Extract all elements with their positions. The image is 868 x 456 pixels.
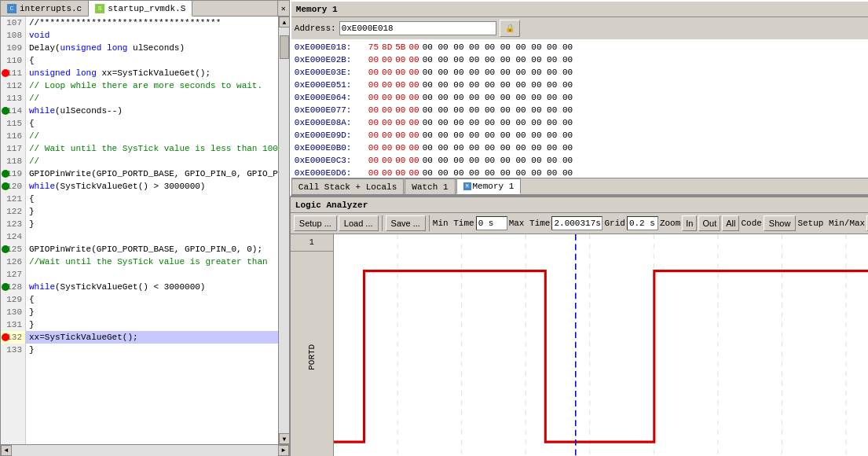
bottom-tab[interactable]: Watch 1 <box>405 178 455 194</box>
bottom-tab[interactable]: Call Stack + Locals <box>291 178 404 194</box>
line-number: 107 <box>1 17 25 29</box>
code-line: // <box>26 92 278 105</box>
line-number: 124 <box>1 230 25 243</box>
right-panel: Memory 1 ↗ ✕ Address: 🔒 0xE000E018: 75 8… <box>290 0 868 456</box>
code-line: //*********************************** <box>26 17 278 29</box>
scroll-left-btn[interactable]: ◄ <box>1 445 12 456</box>
mem-byte-second: 00 <box>382 129 392 142</box>
code-line: Delay(unsigned long ulSeconds) <box>26 42 278 54</box>
code-panel: C interrupts.c S startup_rvmdk.S ✕ 10710… <box>0 0 290 456</box>
mem-byte-second: 00 <box>382 104 392 116</box>
mem-byte-second: 00 <box>382 154 392 167</box>
main-container: C interrupts.c S startup_rvmdk.S ✕ 10710… <box>0 0 868 456</box>
mem-byte-third: 00 <box>395 53 405 66</box>
mem-byte-second: 00 <box>382 116 392 129</box>
mem-addr: 0xE000E064: <box>295 91 365 104</box>
min-time-input[interactable] <box>476 216 507 230</box>
logic-analyzer: Logic Analyzer ↗ ✕ Setup ... Load ... Sa… <box>290 197 868 456</box>
code-line: // <box>26 155 278 167</box>
toolbar-sep-1 <box>382 215 383 231</box>
line-number: 114 <box>1 105 25 117</box>
line-number: 128 <box>1 281 25 293</box>
line-number: 118 <box>1 155 25 167</box>
mem-byte-third: 00 <box>395 66 405 79</box>
setup-btn[interactable]: Setup ... <box>294 215 337 231</box>
zoom-in-btn[interactable]: In <box>682 215 697 231</box>
la-content: 1 PORTD 0 <box>291 234 868 456</box>
mem-addr: 0xE000E02B: <box>295 53 365 66</box>
code-line: // Loop while there are more seconds to … <box>26 79 278 92</box>
line-number: 121 <box>1 193 25 205</box>
code-line: { <box>26 54 278 67</box>
memory-row: 0xE000E0B0: 00 00 00 00 00 00 00 00 00 0… <box>295 142 868 154</box>
scroll-track <box>279 28 289 433</box>
mem-byte-first: 00 <box>368 116 379 129</box>
mem-bytes-rest: 00 00 00 00 00 00 00 00 00 00 <box>423 104 573 116</box>
mem-bytes-rest: 00 00 00 00 00 00 00 00 00 00 <box>423 41 573 53</box>
mem-bytes-rest: 00 00 00 00 00 00 00 00 00 00 <box>423 142 573 154</box>
la-signal-portd: PORTD <box>291 252 333 456</box>
vertical-scrollbar[interactable]: ▲ ▼ <box>278 17 289 444</box>
memory-row: 0xE000E051: 00 00 00 00 00 00 00 00 00 0… <box>295 79 868 91</box>
mem-byte-first: 00 <box>368 129 379 142</box>
grid-input[interactable] <box>627 216 658 230</box>
scroll-down-btn[interactable]: ▼ <box>279 433 289 444</box>
s-file-icon: S <box>95 4 104 13</box>
mem-addr: 0xE000E051: <box>295 79 365 91</box>
mem-byte-fourth: 00 <box>408 79 419 91</box>
code-line: void <box>26 29 278 42</box>
mem-byte-third: 00 <box>395 154 405 167</box>
mem-bytes-rest: 00 00 00 00 00 00 00 00 00 00 <box>423 79 573 91</box>
code-label: Code <box>741 219 761 228</box>
memory-row: 0xE000E064: 00 00 00 00 00 00 00 00 00 0… <box>295 91 868 104</box>
line-number: 130 <box>1 306 25 318</box>
lock-btn[interactable]: 🔒 <box>500 20 520 37</box>
mem-byte-fourth: 00 <box>408 104 419 116</box>
memory-row: 0xE000E0C3: 00 00 00 00 00 00 00 00 00 0… <box>295 154 868 167</box>
close-icon[interactable]: ✕ <box>281 4 286 13</box>
tab-startup[interactable]: S startup_rvmdk.S <box>89 1 192 17</box>
code-line: { <box>26 117 278 130</box>
mem-byte-first: 00 <box>368 53 379 66</box>
max-time-input[interactable] <box>551 216 602 230</box>
mem-byte-third: 00 <box>395 129 405 142</box>
line-number: 110 <box>1 54 25 67</box>
mem-byte-fourth: 00 <box>408 91 419 104</box>
mem-byte-first: 00 <box>368 91 379 104</box>
scroll-right-btn[interactable]: ► <box>278 445 289 456</box>
memory-title-bar: Memory 1 ↗ ✕ <box>291 2 868 17</box>
mem-byte-fourth: 00 <box>408 154 419 167</box>
code-line: GPIOPinWrite(GPIO_PORTD_BASE, GPIO_PIN_0… <box>26 243 278 256</box>
mem-byte-first: 75 <box>368 41 379 53</box>
bottom-tab[interactable]: MMemory 1 <box>456 178 522 194</box>
setup-min-max-label: Setup Min/Max <box>797 219 865 228</box>
h-scroll-track <box>12 445 278 456</box>
line-numbers: 1071081091101111121131141151161171181191… <box>1 17 26 444</box>
code-line: // Wait until the SysTick value is less … <box>26 142 278 155</box>
toolbar-sep-2 <box>429 215 430 231</box>
mem-byte-first: 00 <box>368 79 379 91</box>
code-line: } <box>26 218 278 230</box>
tab-interrupts[interactable]: C interrupts.c <box>1 1 89 16</box>
code-line: GPIOPinWrite(GPIO_PORTD_BASE, GPIO_PIN_0… <box>26 167 278 180</box>
mem-byte-first: 00 <box>368 104 379 116</box>
line-number: 125 <box>1 243 25 256</box>
address-input[interactable] <box>339 21 496 35</box>
mem-bytes-rest: 00 00 00 00 00 00 00 00 00 00 <box>423 91 573 104</box>
zoom-out-btn[interactable]: Out <box>698 215 720 231</box>
zoom-all-btn[interactable]: All <box>722 215 739 231</box>
la-value-label: 1 <box>291 234 333 252</box>
save-btn[interactable]: Save ... <box>386 215 426 231</box>
load-btn[interactable]: Load ... <box>339 215 379 231</box>
mem-bytes-rest: 00 00 00 00 00 00 00 00 00 00 <box>423 116 573 129</box>
mem-addr: 0xE000E018: <box>295 41 365 53</box>
code-show-btn[interactable]: Show <box>764 215 797 231</box>
scroll-thumb[interactable] <box>280 35 289 59</box>
scroll-up-btn[interactable]: ▲ <box>279 17 289 28</box>
mem-byte-second: 00 <box>382 66 392 79</box>
code-line: } <box>26 344 278 356</box>
code-line: while(SysTickValueGet() < 3000000) <box>26 281 278 293</box>
line-number: 133 <box>1 344 25 356</box>
line-number: 120 <box>1 180 25 193</box>
line-number: 123 <box>1 218 25 230</box>
